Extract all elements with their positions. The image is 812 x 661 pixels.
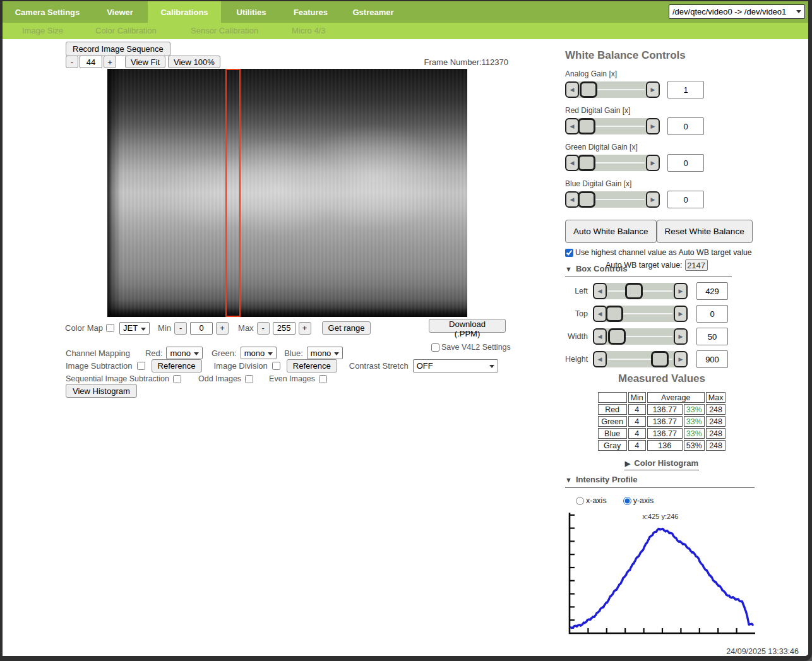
contrast-stretch-select[interactable]: OFF xyxy=(413,359,498,372)
blue-digital-gain-slider[interactable]: ◀ ▶ xyxy=(565,191,660,208)
slider-handle[interactable] xyxy=(580,81,597,98)
red-channel-select[interactable]: mono xyxy=(166,347,203,359)
slider-handle[interactable] xyxy=(606,306,623,322)
get-range-button[interactable]: Get range xyxy=(322,321,371,335)
reset-white-balance-button[interactable]: Reset White Balance xyxy=(657,220,753,243)
slider-handle[interactable] xyxy=(625,283,643,299)
green-channel-select[interactable]: mono xyxy=(241,347,277,359)
analog-gain-slider[interactable]: ◀ ▶ xyxy=(565,81,660,98)
color-histogram-expander[interactable]: ▶Color Histogram xyxy=(625,458,698,468)
x-axis-radio-label[interactable]: x-axis xyxy=(576,496,607,505)
slider-right-arrow-icon[interactable]: ▶ xyxy=(674,283,688,299)
colormap-select[interactable]: JET xyxy=(119,322,150,335)
zoom-value-input[interactable] xyxy=(80,56,102,68)
slider-left-arrow-icon[interactable]: ◀ xyxy=(593,306,607,322)
color-map-label: Color Map xyxy=(65,323,103,333)
slider-left-arrow-icon[interactable]: ◀ xyxy=(565,191,579,208)
odd-images-checkbox[interactable] xyxy=(245,375,253,383)
view-100-button[interactable]: View 100% xyxy=(168,56,220,68)
max-minus-button[interactable]: - xyxy=(257,322,270,335)
slider-handle[interactable] xyxy=(578,118,595,134)
selection-box-overlay[interactable] xyxy=(225,69,241,317)
slider-left-arrow-icon[interactable]: ◀ xyxy=(593,351,607,367)
red-digital-gain-input[interactable] xyxy=(667,117,704,135)
save-v4l2-checkbox[interactable] xyxy=(431,343,439,352)
slider-right-arrow-icon[interactable]: ▶ xyxy=(646,155,660,171)
download-ppm-button[interactable]: Download (.PPM) xyxy=(429,319,506,333)
tab-gstreamer[interactable]: Gstreamer xyxy=(340,1,407,23)
video-device-select[interactable]: /dev/qtec/video0 -> /dev/video1 xyxy=(669,4,805,19)
record-image-sequence-button[interactable]: Record Image Sequence xyxy=(66,42,170,56)
slider-right-arrow-icon[interactable]: ▶ xyxy=(646,191,660,208)
subnav-item-image-size[interactable]: Image Size xyxy=(22,26,63,35)
tab-calibrations[interactable]: Calibrations xyxy=(148,1,221,23)
slider-handle[interactable] xyxy=(578,155,595,171)
green-digital-gain-input[interactable] xyxy=(667,154,704,172)
green-digital-gain-slider[interactable]: ◀ ▶ xyxy=(565,155,660,171)
min-minus-button[interactable]: - xyxy=(174,322,187,335)
top-navigation: Camera Settings Viewer Calibrations Util… xyxy=(3,1,808,23)
slider-right-arrow-icon[interactable]: ▶ xyxy=(646,81,660,98)
tab-camera-settings[interactable]: Camera Settings xyxy=(3,1,92,23)
white-balance-panel: White Balance Controls Analog Gain [x] ◀… xyxy=(565,39,758,271)
division-reference-button[interactable]: Reference xyxy=(287,359,337,372)
box-top-slider[interactable]: ◀ ▶ xyxy=(593,306,688,322)
slider-left-arrow-icon[interactable]: ◀ xyxy=(593,283,607,299)
box-height-input[interactable] xyxy=(696,350,728,368)
slider-right-arrow-icon[interactable]: ▶ xyxy=(674,306,688,322)
slider-handle[interactable] xyxy=(651,351,669,367)
image-division-checkbox[interactable] xyxy=(272,362,280,370)
box-left-slider[interactable]: ◀ ▶ xyxy=(593,283,688,299)
auto-white-balance-button[interactable]: Auto White Balance xyxy=(565,220,657,243)
channel-mapping-label: Channel Mapping xyxy=(66,348,130,358)
camera-image-view[interactable] xyxy=(107,69,467,317)
box-left-input[interactable] xyxy=(696,282,728,300)
min-plus-button[interactable]: + xyxy=(216,322,229,335)
intensity-profile-section: ▼Intensity Profile xyxy=(565,475,758,488)
slider-handle[interactable] xyxy=(578,191,595,208)
min-value-input[interactable] xyxy=(190,322,213,335)
use-highest-checkbox[interactable] xyxy=(565,249,573,257)
zoom-plus-button[interactable]: + xyxy=(104,56,116,68)
slider-right-arrow-icon[interactable]: ▶ xyxy=(674,328,688,345)
box-height-slider[interactable]: ◀ ▶ xyxy=(593,351,688,367)
box-width-input[interactable] xyxy=(696,328,728,345)
slider-left-arrow-icon[interactable]: ◀ xyxy=(565,155,579,171)
color-map-checkbox[interactable] xyxy=(106,324,114,332)
slider-right-arrow-icon[interactable]: ▶ xyxy=(674,351,688,367)
box-top-input[interactable] xyxy=(696,305,728,323)
tab-viewer[interactable]: Viewer xyxy=(92,1,148,23)
red-digital-gain-slider[interactable]: ◀ ▶ xyxy=(565,118,660,134)
box-controls-expander[interactable]: ▼Box Controls xyxy=(565,264,758,273)
even-images-checkbox[interactable] xyxy=(319,375,327,383)
tab-features[interactable]: Features xyxy=(282,1,340,23)
sequential-subtraction-checkbox[interactable] xyxy=(173,375,181,383)
slider-left-arrow-icon[interactable]: ◀ xyxy=(565,81,579,98)
sequential-subtraction-label: Sequential Image Subtraction xyxy=(66,374,169,383)
subnav-item-sensor-calibration[interactable]: Sensor Calibration xyxy=(191,26,258,35)
intensity-profile-expander[interactable]: ▼Intensity Profile xyxy=(565,475,758,484)
view-fit-button[interactable]: View Fit xyxy=(125,56,165,68)
box-width-slider[interactable]: ◀ ▶ xyxy=(593,328,688,345)
view-histogram-button[interactable]: View Histogram xyxy=(66,384,137,398)
max-plus-button[interactable]: + xyxy=(299,322,311,335)
red-digital-gain-label: Red Digital Gain [x] xyxy=(565,106,758,115)
max-value-input[interactable] xyxy=(273,322,296,335)
slider-left-arrow-icon[interactable]: ◀ xyxy=(565,118,579,134)
slider-left-arrow-icon[interactable]: ◀ xyxy=(593,328,607,345)
analog-gain-input[interactable] xyxy=(667,81,704,98)
blue-channel-select[interactable]: mono xyxy=(307,347,343,359)
slider-handle[interactable] xyxy=(608,328,626,345)
slider-right-arrow-icon[interactable]: ▶ xyxy=(646,118,660,134)
y-axis-radio-label[interactable]: y-axis xyxy=(623,496,654,505)
x-axis-radio[interactable] xyxy=(576,497,584,505)
zoom-minus-button[interactable]: - xyxy=(66,56,78,68)
subnav-item-color-calibration[interactable]: Color Calibration xyxy=(95,26,157,35)
subtraction-reference-button[interactable]: Reference xyxy=(152,359,202,372)
intensity-profile-plot[interactable]: x:425 y:246 xyxy=(565,511,758,638)
image-subtraction-checkbox[interactable] xyxy=(137,362,145,370)
blue-digital-gain-input[interactable] xyxy=(667,191,704,208)
tab-utilities[interactable]: Utilities xyxy=(221,1,282,23)
subnav-item-micro-43[interactable]: Micro 4/3 xyxy=(292,26,325,35)
y-axis-radio[interactable] xyxy=(623,497,631,505)
